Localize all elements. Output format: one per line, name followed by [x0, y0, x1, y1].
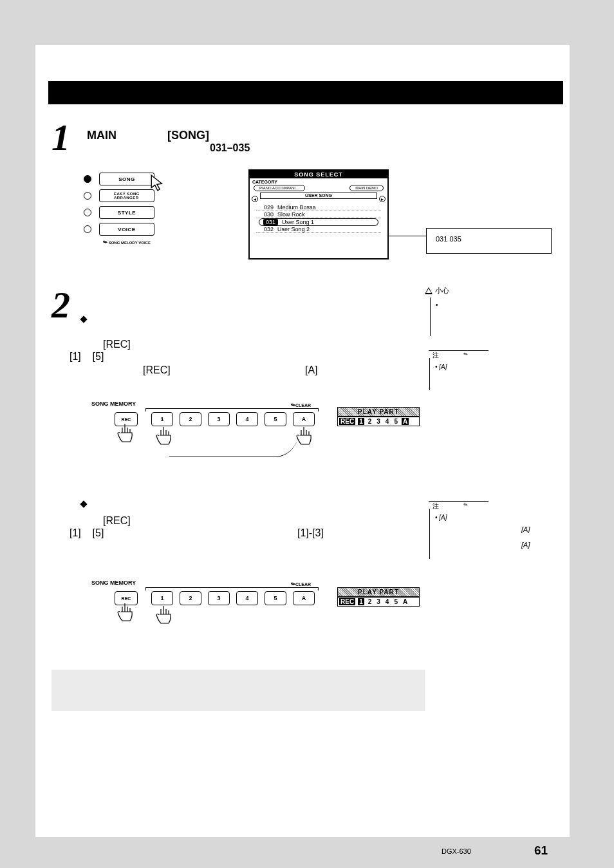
lcd-category-label: CATEGORY [252, 180, 387, 184]
rec-label: [REC] [103, 339, 131, 350]
song-memory-label-2: SONG MEMORY [91, 580, 136, 586]
callout-line [388, 236, 427, 236]
play-part-panel-2: PLAY PART REC 1 2 3 4 5 A [337, 587, 420, 607]
pp-3-2: 3 [375, 598, 382, 605]
nums-label: [1] [5] [70, 351, 104, 363]
led-off-icon [84, 192, 91, 200]
clear-label-2: ✎CLEAR [291, 581, 311, 587]
rec-label-sub: [REC] [103, 515, 131, 527]
lcd-row: 029Medium Bossa [256, 204, 381, 211]
pp-rec-2: REC [339, 598, 355, 605]
track-4-button-2[interactable]: 4 [236, 591, 258, 605]
led-on-icon [84, 175, 91, 183]
arc-arrow [169, 438, 297, 457]
pp-1: 1 [358, 418, 364, 425]
play-part-title: PLAY PART [337, 407, 420, 417]
pp-5: 5 [393, 418, 399, 425]
pointer-cursor-icon [149, 174, 166, 193]
track-3-button[interactable]: 3 [208, 412, 230, 426]
mode-buttons-group: SONG EASY SONGARRANGER STYLE VOICE ✎ SON… [84, 173, 154, 245]
pp-4-2: 4 [384, 598, 391, 605]
nums-label-sub: [1] [5] [70, 527, 104, 539]
led-off-icon [84, 225, 91, 233]
note-right-a1: [A] [521, 525, 530, 533]
easy-song-arranger-button[interactable]: EASY SONGARRANGER [99, 189, 154, 202]
play-part-panel: PLAY PART REC 1 2 3 4 5 A [337, 407, 420, 426]
pp-a: A [402, 418, 409, 425]
a-label: [A] [305, 364, 318, 376]
lcd-song-list: 029Medium Bossa 030Slow Rock 031User Son… [256, 204, 381, 233]
hand-press-icon [116, 601, 135, 625]
pp-rec: REC [339, 418, 355, 425]
range-label: 031–035 [210, 142, 250, 154]
note-body-2: • [A] [429, 509, 558, 559]
pp-1-2: 1 [358, 598, 364, 605]
track-4-button[interactable]: 4 [236, 412, 258, 426]
track-2-button[interactable]: 2 [180, 412, 201, 426]
lcd-screen: SONG SELECT CATEGORY PIANO ACCOMPANI… MA… [248, 169, 389, 259]
pp-a-2: A [402, 598, 409, 605]
main-label: MAIN [87, 129, 116, 142]
track-5-button-2[interactable]: 5 [265, 591, 286, 605]
pp-5-2: 5 [393, 598, 399, 605]
track-2-button-2[interactable]: 2 [180, 591, 201, 605]
caution-heading: 小心 [425, 286, 449, 296]
lcd-row-selected: 031User Song 1 [259, 218, 378, 226]
play-part-title-2: PLAY PART [337, 587, 420, 597]
footer-page-number: 61 [534, 844, 548, 858]
song-melody-voice-label: ✎ SONG MELODY VOICE [103, 240, 154, 245]
note-right-a2: [A] [521, 541, 530, 549]
hand-press-icon [154, 604, 174, 627]
note-body-1: • [A] [429, 358, 545, 390]
voice-button[interactable]: VOICE [99, 223, 154, 236]
pp-4: 4 [384, 418, 391, 425]
clear-label: ✎CLEAR [291, 402, 311, 408]
song-memory-label: SONG MEMORY [91, 401, 136, 407]
track-a-button[interactable]: A [293, 412, 315, 426]
style-button[interactable]: STYLE [99, 206, 154, 219]
range-label-sub: [1]-[3] [297, 527, 324, 539]
step-number-2: 2 [51, 283, 70, 326]
pp-2: 2 [367, 418, 373, 425]
track-a-button-2[interactable]: A [293, 591, 315, 605]
lcd-subcategory: ◄ USER SONG ► [260, 193, 377, 199]
section-header-bar [48, 81, 563, 104]
song-label: [SONG] [167, 129, 209, 142]
track-3-button-2[interactable]: 3 [208, 591, 230, 605]
lcd-tab-left: PIANO ACCOMPANI… [254, 185, 305, 191]
track-5-button[interactable]: 5 [265, 412, 286, 426]
hand-press-icon [116, 422, 135, 446]
arrow-left-icon: ◄ [252, 196, 258, 202]
lcd-row: 032User Song 2 [256, 226, 381, 233]
pp-3: 3 [375, 418, 382, 425]
arrow-right-icon: ► [379, 196, 386, 202]
warning-triangle-icon [425, 287, 433, 294]
footer-model: DGX-630 [442, 847, 471, 855]
caution-body: • [430, 297, 539, 336]
song-button[interactable]: SONG [99, 173, 154, 185]
lcd-tab-right: MAIN DEMO [349, 185, 384, 191]
gray-info-box [51, 670, 425, 711]
track-1-button[interactable]: 1 [151, 412, 173, 426]
hand-press-icon [295, 425, 314, 448]
track-1-button-2[interactable]: 1 [151, 591, 173, 605]
rec-label-2: [REC] [143, 364, 171, 376]
step-number-1: 1 [51, 116, 70, 159]
lcd-row: 030Slow Rock [256, 211, 381, 218]
note-box-range: 031 035 [426, 228, 552, 254]
led-off-icon [84, 209, 91, 216]
lcd-title: SONG SELECT [250, 171, 387, 178]
pp-2-2: 2 [367, 598, 373, 605]
